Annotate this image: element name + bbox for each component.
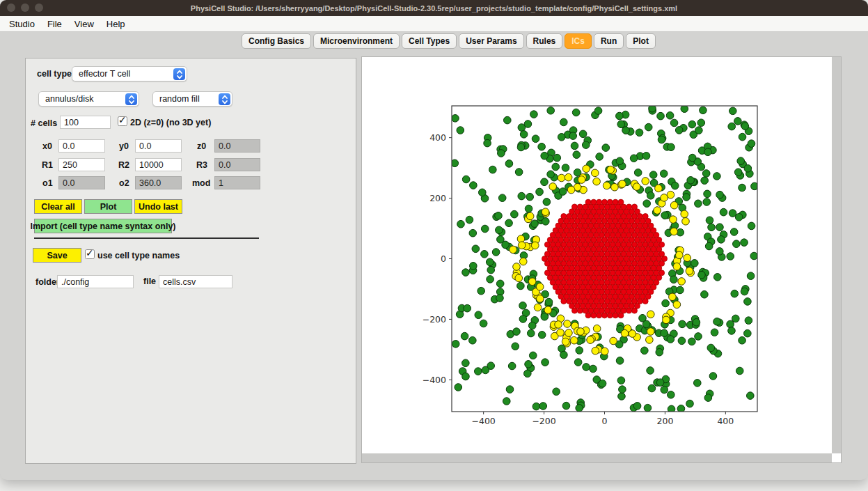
x0-label: x0 [42,141,52,151]
mod-input[interactable]: 1 [214,176,260,189]
cell-type-label: cell type [37,69,72,79]
combo-arrows-icon [125,93,137,105]
app-window: PhysiCell Studio: /Users/sherryyang/Desk… [0,0,868,480]
import-button[interactable]: Import (cell type name syntax only) [34,219,172,233]
tab-microenvironment[interactable]: Microenvironment [313,33,400,49]
vertical-scrollbar[interactable] [832,57,841,455]
menu-file[interactable]: File [47,19,62,29]
horizontal-scrollbar[interactable] [362,453,833,462]
2d-checkbox[interactable]: ✓ [118,116,127,126]
menu-studio[interactable]: Studio [9,19,35,29]
num-cells-label: # cells [31,118,57,128]
svg-text:400: 400 [717,416,734,426]
y0-label: y0 [119,141,129,151]
x0-input[interactable]: 0.0 [58,139,105,153]
z0-input[interactable]: 0.0 [214,139,260,153]
menubar: Studio File View Help [0,16,868,32]
main-content: Config Basics Microenvironment Cell Type… [0,32,868,479]
o2-input[interactable]: 360.0 [135,176,182,189]
ic-plot: −400−2000200400−400−2000200400 [362,57,833,455]
svg-text:400: 400 [429,132,446,143]
o1-input[interactable]: 0.0 [58,176,105,189]
svg-text:0: 0 [441,254,446,264]
save-button[interactable]: Save [33,248,81,263]
svg-text:−400: −400 [471,416,495,426]
menu-view[interactable]: View [74,19,94,29]
mod-label: mod [192,178,210,188]
r2-input[interactable]: 10000 [135,158,182,171]
file-label: file [143,276,156,286]
svg-text:0: 0 [602,416,608,426]
titlebar: PhysiCell Studio: /Users/sherryyang/Desk… [0,0,868,16]
screen: PhysiCell Studio: /Users/sherryyang/Desk… [0,0,868,491]
svg-text:−200: −200 [423,314,446,325]
ic-controls-panel: cell type effector T cell annulus/disk r… [25,58,356,464]
tab-config-basics[interactable]: Config Basics [242,33,311,49]
folder-input[interactable]: ./config [57,275,134,288]
folder-label: folder [35,277,60,287]
fill-mode-select[interactable]: random fill [152,91,232,107]
r1-label: R1 [42,160,53,170]
r3-label: R3 [196,160,207,170]
close-window-button[interactable] [7,3,15,12]
2d-checkbox-label: 2D (z=0) (no 3D yet) [130,118,211,127]
tab-run[interactable]: Run [594,33,624,49]
r2-label: R2 [118,160,129,170]
use-cell-type-names-checkbox[interactable]: ✓ [85,249,95,259]
clear-all-button[interactable]: Clear all [34,199,82,214]
window-controls [7,3,43,12]
tab-ics[interactable]: ICs [565,33,592,49]
svg-text:200: 200 [657,416,674,426]
use-cell-type-names-label: use cell type names [97,251,180,260]
resize-grip[interactable] [832,453,841,462]
o1-label: o1 [42,178,53,188]
svg-text:−200: −200 [532,416,555,426]
r3-input[interactable]: 0.0 [214,158,260,171]
svg-text:−400: −400 [423,375,446,385]
menu-help[interactable]: Help [106,19,125,29]
y0-input[interactable]: 0.0 [135,139,182,153]
cell-type-select[interactable]: effector T cell [72,66,187,81]
plot-panel: −400−2000200400−400−2000200400 [361,56,842,463]
tab-rules[interactable]: Rules [526,33,563,49]
undo-last-button[interactable]: Undo last [134,199,182,214]
o2-label: o2 [119,178,129,188]
file-input[interactable]: cells.csv [159,275,232,288]
zoom-window-button[interactable] [35,3,43,12]
tab-plot[interactable]: Plot [626,33,656,49]
separator-line [34,237,259,239]
tab-cell-types[interactable]: Cell Types [402,33,457,49]
plot-button[interactable]: Plot [84,199,132,214]
z0-label: z0 [197,141,206,151]
num-cells-input[interactable]: 100 [60,116,111,129]
window-title: PhysiCell Studio: /Users/sherryyang/Desk… [0,4,868,13]
combo-arrows-icon [173,68,185,80]
minimize-window-button[interactable] [21,3,29,12]
tab-user-params[interactable]: User Params [459,33,523,49]
shape-select[interactable]: annulus/disk [38,91,139,107]
svg-text:200: 200 [429,193,446,203]
r1-input[interactable]: 250 [58,158,105,171]
tab-bar: Config Basics Microenvironment Cell Type… [242,33,656,49]
combo-arrows-icon [219,93,230,105]
